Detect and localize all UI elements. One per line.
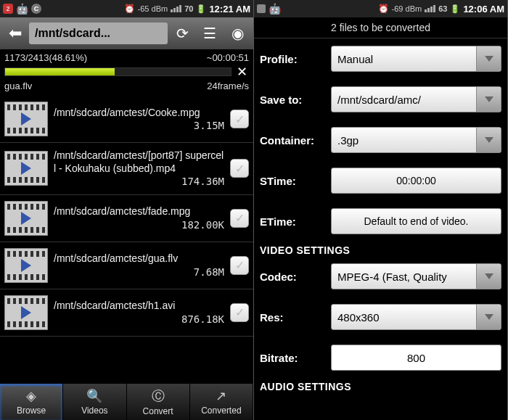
file-selected-checkbox[interactable] <box>230 303 249 322</box>
file-size: 182.00K <box>54 218 224 231</box>
chevron-down-icon <box>476 264 501 289</box>
label-res: Res: <box>260 311 325 324</box>
button-value: Default to end of video. <box>364 215 469 227</box>
label-saveto: Save to: <box>260 94 325 106</box>
codec-select[interactable]: MPEG-4 (Fast, Quality <box>331 263 501 289</box>
res-select[interactable]: 480x360 <box>331 304 501 330</box>
back-button[interactable]: ⬅ <box>3 20 28 46</box>
bottom-tabbar: ◈ Browse 🔍 Videos Ⓒ Convert ↗ Converted <box>0 384 253 420</box>
label-stime: STime: <box>260 175 325 187</box>
notification-badge: 2 <box>3 4 13 14</box>
alarm-icon: ⏰ <box>378 4 389 14</box>
saveto-select[interactable]: /mnt/sdcard/amc/ <box>331 86 501 112</box>
label-etime: ETime: <box>260 215 325 228</box>
cancel-progress-button[interactable]: ✕ <box>234 64 249 80</box>
file-path: /mnt/sdcard/amctest/fade.mpg <box>54 205 224 218</box>
file-selected-checkbox[interactable] <box>230 256 249 275</box>
tab-converted[interactable]: ↗ Converted <box>190 384 253 420</box>
refresh-button[interactable]: ⟳ <box>169 20 195 46</box>
progress-stats: 1173/2413(48.61%) ~00:00:51 <box>0 49 253 65</box>
tab-convert[interactable]: Ⓒ Convert <box>127 384 190 420</box>
list-item[interactable]: /mnt/sdcard/amctest/gua.flv 7.68M <box>0 242 253 289</box>
convert-icon: Ⓒ <box>152 387 165 405</box>
file-path: /mnt/sdcard/amctest/h1.avi <box>54 299 224 312</box>
video-thumbnail-icon <box>4 151 48 186</box>
tab-label: Convert <box>143 406 173 416</box>
row-bitrate: Bitrate: 800 <box>254 337 507 378</box>
file-selected-checkbox[interactable] <box>230 159 249 178</box>
clock-time: 12:06 AM <box>463 4 504 15</box>
list-item[interactable]: /mnt/sdcard/amctest/Cooke.mpg 3.15M <box>0 96 253 143</box>
android-icon: 🤖 <box>16 3 28 15</box>
tab-label: Videos <box>81 405 107 416</box>
select-value: Manual <box>337 53 373 65</box>
file-size: 3.15M <box>54 119 224 132</box>
list-item[interactable]: /mnt/sdcard/amctest/h1.avi 876.18K <box>0 289 253 337</box>
select-all-button[interactable]: ◉ <box>224 20 250 46</box>
video-thumbnail-icon <box>4 295 48 330</box>
export-icon: ↗ <box>216 388 226 404</box>
screen-convert-settings: 🤖 ⏰ -69 dBm 63 🔋 12:06 AM 2 files to be … <box>254 0 508 420</box>
cell-bars-icon <box>171 5 181 12</box>
container-select[interactable]: .3gp <box>331 127 501 153</box>
row-container: Container: .3gp <box>254 120 507 160</box>
list-item[interactable]: /mnt/sdcard/amctest/fade.mpg 182.00K <box>0 195 253 242</box>
progress-bar <box>4 67 232 76</box>
current-path[interactable]: /mnt/sdcard... <box>29 22 168 44</box>
app-notification-icon: C <box>31 4 41 14</box>
file-list[interactable]: /mnt/sdcard/amctest/Cooke.mpg 3.15M /mnt… <box>0 96 253 384</box>
file-path: /mnt/sdcard/amctest/gua.flv <box>54 252 224 265</box>
file-path: /mnt/sdcard/amctest/Cooke.mpg <box>54 106 224 119</box>
menu-button[interactable]: ☰ <box>197 20 223 46</box>
input-value: 800 <box>407 352 425 364</box>
bitrate-input[interactable]: 800 <box>331 345 501 371</box>
chevron-down-icon <box>476 46 501 71</box>
select-value: .3gp <box>337 134 359 147</box>
progress-meta: gua.flv 24frame/s <box>0 79 253 96</box>
select-value: /mnt/sdcard/amc/ <box>337 94 421 106</box>
list-item[interactable]: /mnt/sdcard/amctest/[port87] supercell -… <box>0 143 253 195</box>
alarm-icon: ⏰ <box>124 4 135 14</box>
search-icon: 🔍 <box>86 388 102 404</box>
audio-settings-header: AUDIO SETTINGS <box>254 378 507 392</box>
file-size: 7.68M <box>54 265 224 279</box>
chevron-down-icon <box>476 128 501 152</box>
file-selected-checkbox[interactable] <box>230 110 249 128</box>
row-saveto: Save to: /mnt/sdcard/amc/ <box>254 79 507 120</box>
select-value: MPEG-4 (Fast, Quality <box>337 271 447 283</box>
battery-icon: 🔋 <box>450 4 460 14</box>
row-stime: STime: 00:00:00 <box>254 160 507 201</box>
settings-form[interactable]: Profile: Manual Save to: /mnt/sdcard/amc… <box>254 38 507 420</box>
tab-browse[interactable]: ◈ Browse <box>0 384 63 420</box>
screen-file-browser: 2 🤖 C ⏰ -65 dBm 70 🔋 12:21 AM ⬅ /mnt/sdc… <box>0 0 254 420</box>
browse-icon: ◈ <box>26 388 36 404</box>
profile-select[interactable]: Manual <box>331 46 501 72</box>
progress-current-file: gua.flv <box>4 81 32 91</box>
select-value: 480x360 <box>337 311 380 324</box>
label-profile: Profile: <box>260 53 325 65</box>
chevron-down-icon <box>476 305 501 329</box>
signal-strength: -69 dBm <box>392 4 422 13</box>
tab-label: Browse <box>17 405 46 416</box>
video-thumbnail-icon <box>4 248 48 283</box>
video-thumbnail-icon <box>4 102 48 136</box>
row-res: Res: 480x360 <box>254 297 507 337</box>
status-bar: 🤖 ⏰ -69 dBm 63 🔋 12:06 AM <box>254 0 507 17</box>
conversion-header: 2 files to be converted <box>254 17 507 38</box>
video-thumbnail-icon <box>4 201 48 236</box>
battery-icon: 🔋 <box>196 4 206 14</box>
file-size: 174.36M <box>54 175 224 188</box>
file-selected-checkbox[interactable] <box>230 209 249 228</box>
button-value: 00:00:00 <box>396 175 436 186</box>
file-path: /mnt/sdcard/amctest/[port87] supercell -… <box>54 149 224 175</box>
file-size: 876.18K <box>54 313 224 326</box>
label-container: Container: <box>260 134 325 147</box>
etime-button[interactable]: Default to end of video. <box>331 208 501 234</box>
progress-framerate: 24frame/s <box>207 81 249 91</box>
stime-button[interactable]: 00:00:00 <box>331 168 501 194</box>
battery-percent: 70 <box>184 4 193 13</box>
toolbar: ⬅ /mnt/sdcard... ⟳ ☰ ◉ <box>0 17 253 49</box>
tab-videos[interactable]: 🔍 Videos <box>63 384 126 420</box>
android-icon: 🤖 <box>269 3 281 15</box>
status-bar: 2 🤖 C ⏰ -65 dBm 70 🔋 12:21 AM <box>0 0 253 17</box>
